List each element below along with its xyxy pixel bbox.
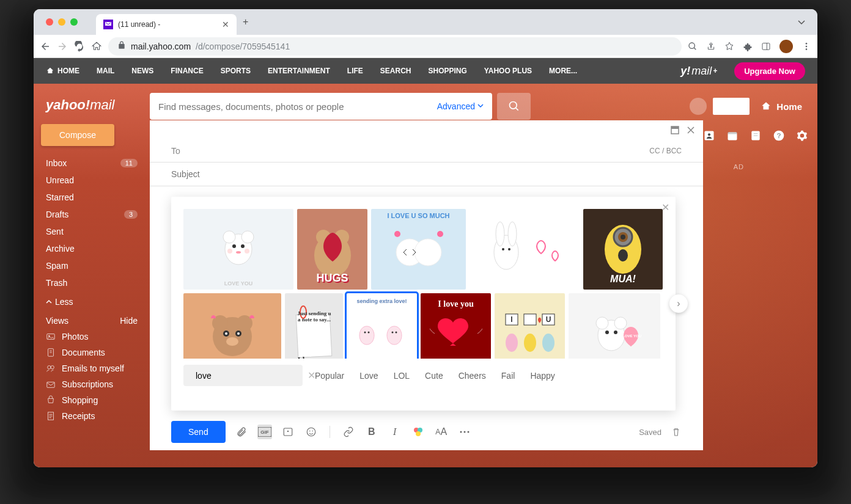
text-color-icon[interactable] — [411, 425, 426, 439]
compose-button[interactable]: Compose — [41, 124, 114, 146]
profile-menu[interactable] — [690, 98, 750, 115]
to-field[interactable]: To CC / BCC — [150, 140, 703, 163]
close-window[interactable] — [46, 18, 53, 26]
settings-icon[interactable] — [796, 130, 808, 142]
link-icon[interactable] — [341, 425, 356, 439]
gif-result[interactable]: MUA! — [583, 209, 663, 290]
advanced-search[interactable]: Advanced — [437, 101, 484, 111]
browser-tab[interactable]: (11 unread) - ✕ — [96, 14, 237, 35]
profile-avatar[interactable] — [779, 40, 793, 53]
mail-search[interactable]: Advanced — [150, 93, 492, 120]
view-photos[interactable]: Photos — [41, 329, 142, 345]
svg-point-5 — [806, 48, 808, 50]
gif-result[interactable]: I love youwith all my heart — [421, 293, 491, 359]
ynav-news[interactable]: NEWS — [131, 67, 153, 75]
home-button[interactable] — [91, 41, 102, 52]
folder-starred[interactable]: Starred — [41, 189, 142, 205]
extensions-icon[interactable] — [743, 42, 753, 51]
gif-button[interactable]: GIF — [257, 425, 272, 439]
view-receipts[interactable]: Receipts — [41, 408, 142, 424]
gif-result[interactable]: LOVE YOU — [183, 209, 293, 290]
ynav-entertainment[interactable]: ENTERTAINMENT — [268, 67, 330, 75]
bookmark-icon[interactable] — [724, 42, 734, 51]
view-documents[interactable]: Documents — [41, 345, 142, 360]
search-icon[interactable] — [688, 42, 698, 51]
back-button[interactable] — [40, 41, 51, 52]
subject-input[interactable] — [171, 169, 682, 179]
gif-category-cute[interactable]: Cute — [425, 371, 443, 381]
gif-result[interactable]: LOVE YOU — [183, 293, 281, 359]
folder-inbox[interactable]: Inbox11 — [41, 155, 142, 171]
gif-result[interactable]: HUGS — [297, 209, 367, 290]
font-icon[interactable]: AA — [434, 425, 449, 439]
italic-icon[interactable]: I — [388, 425, 402, 439]
gif-search-box[interactable]: ✕ — [183, 365, 303, 386]
minimize-window[interactable] — [58, 18, 65, 26]
home-link[interactable]: Home — [761, 101, 802, 112]
ynav-search[interactable]: SEARCH — [380, 67, 411, 75]
ynav-finance[interactable]: FINANCE — [171, 67, 203, 75]
ynav-home[interactable]: HOME — [46, 67, 79, 75]
gif-result[interactable]: I LOVE YOULOVE YOU TO THE — [569, 293, 660, 359]
ynav-yahooplus[interactable]: YAHOO PLUS — [484, 67, 532, 75]
folder-unread[interactable]: Unread — [41, 172, 142, 188]
maximize-window[interactable] — [70, 18, 78, 26]
mail-search-input[interactable] — [158, 101, 437, 112]
bold-icon[interactable]: B — [364, 425, 379, 439]
ynav-shopping[interactable]: SHOPPING — [428, 67, 466, 75]
gif-next-button[interactable]: › — [669, 294, 688, 313]
stationery-icon[interactable] — [281, 425, 295, 439]
send-button[interactable]: Send — [171, 421, 226, 443]
ynav-more[interactable]: MORE... — [549, 67, 577, 75]
view-shopping[interactable]: Shopping — [41, 392, 142, 408]
share-icon[interactable] — [706, 42, 716, 51]
folder-archive[interactable]: Archive — [41, 241, 142, 257]
cc-bcc-toggle[interactable]: CC / BCC — [649, 147, 682, 155]
gif-result[interactable]: sending extra love!meyou — [347, 293, 417, 359]
folder-trash[interactable]: Trash — [41, 275, 142, 291]
less-toggle[interactable]: Less — [41, 294, 142, 310]
search-button[interactable] — [497, 93, 531, 120]
notepad-icon[interactable] — [750, 130, 762, 142]
hide-views[interactable]: Hide — [120, 316, 138, 326]
gif-result[interactable]: IU — [495, 293, 565, 359]
close-compose-icon[interactable] — [686, 125, 696, 135]
gif-category-cheers[interactable]: Cheers — [459, 371, 486, 381]
gif-result[interactable]: I LOVE U SO MUCH — [371, 209, 466, 290]
contacts-icon[interactable] — [703, 130, 715, 142]
popout-icon[interactable] — [670, 125, 680, 135]
gif-result[interactable] — [470, 209, 580, 290]
view-emails-to-myself[interactable]: Emails to myself — [41, 360, 142, 376]
gif-result[interactable]: Just sending u a note to say...I love yo… — [285, 293, 343, 359]
menu-icon[interactable] — [801, 42, 811, 51]
calendar-icon[interactable] — [726, 130, 739, 142]
gif-search-input[interactable] — [196, 371, 303, 381]
folder-drafts[interactable]: Drafts3 — [41, 206, 142, 222]
ynav-mail[interactable]: MAIL — [97, 67, 114, 75]
gif-category-happy[interactable]: Happy — [530, 371, 554, 381]
forward-button[interactable] — [57, 41, 68, 52]
close-tab-icon[interactable]: ✕ — [222, 20, 229, 29]
ynav-sports[interactable]: SPORTS — [221, 67, 251, 75]
upgrade-button[interactable]: Upgrade Now — [734, 62, 805, 80]
panel-icon[interactable] — [761, 42, 771, 51]
new-tab-button[interactable]: + — [243, 16, 248, 27]
more-format-icon[interactable] — [457, 425, 472, 439]
gif-category-fail[interactable]: Fail — [501, 371, 515, 381]
gif-category-popular[interactable]: Popular — [315, 371, 344, 381]
view-subscriptions[interactable]: Subscriptions — [41, 376, 142, 392]
emoji-icon[interactable] — [304, 425, 319, 439]
folder-sent[interactable]: Sent — [41, 224, 142, 239]
url-input[interactable]: mail.yahoo.com/d/compose/7059545141 — [108, 37, 682, 56]
tabs-dropdown-icon[interactable] — [798, 16, 805, 27]
svg-point-61 — [237, 332, 240, 335]
gif-category-love[interactable]: Love — [359, 371, 378, 381]
ynav-life[interactable]: LIFE — [347, 67, 363, 75]
folder-spam[interactable]: Spam — [41, 258, 142, 274]
help-icon[interactable]: ? — [773, 130, 785, 142]
delete-draft-icon[interactable] — [671, 426, 682, 437]
attach-icon[interactable] — [234, 425, 249, 439]
reload-button[interactable] — [74, 41, 85, 52]
to-input[interactable] — [186, 147, 650, 156]
gif-category-lol[interactable]: LOL — [394, 371, 410, 381]
